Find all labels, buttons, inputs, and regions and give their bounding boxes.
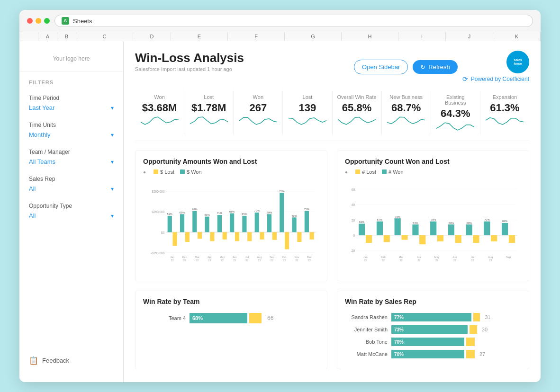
- page-title: Win-Loss Analysis: [135, 51, 244, 65]
- svg-rect-97: [412, 225, 418, 236]
- svg-text:67%: 67%: [377, 218, 382, 221]
- svg-rect-62: [297, 232, 301, 242]
- kpi-card-0: Won $3.68M: [135, 90, 184, 135]
- legend-lost-item: $ Lost: [154, 169, 174, 175]
- svg-text:-20: -20: [351, 249, 355, 253]
- svg-text:0: 0: [353, 234, 355, 237]
- subtitle: Salesforce Import last updated 1 hour ag…: [135, 66, 244, 72]
- sidebar: Your logo here FILTERS Time Period Last …: [19, 41, 124, 382]
- win-rate-team-bar-area-0: 68% 66: [190, 313, 319, 323]
- filter-label-3: Sales Rep: [29, 176, 114, 182]
- address-bar[interactable]: S Sheets: [54, 15, 533, 27]
- svg-text:Jan: Jan: [363, 256, 368, 259]
- svg-text:$500,000: $500,000: [152, 190, 164, 194]
- win-rate-rep-won-bar-1: 73%: [391, 325, 468, 334]
- svg-rect-37: [235, 232, 239, 241]
- kpi-card-5: New Business 68.7%: [382, 90, 431, 135]
- kpi-label-4: Overall Win Rate: [337, 94, 377, 100]
- main-header: Win-Loss Analysis Salesforce Import last…: [135, 51, 529, 83]
- svg-text:59%: 59%: [291, 214, 297, 217]
- svg-text:22: 22: [364, 259, 367, 262]
- kpi-card-6: Existing Business 64.3%: [431, 90, 480, 135]
- opp-count-chart-area: 6040200-2061%Jan2267%Feb2279%Mar2254%Apr…: [345, 179, 521, 274]
- kpi-sparkline-svg-6: [436, 122, 474, 131]
- svg-rect-122: [502, 223, 508, 235]
- main-content: Win-Loss Analysis Salesforce Import last…: [124, 41, 541, 382]
- svg-rect-83: [366, 235, 372, 243]
- win-rate-rep-lost-bar-0: [473, 313, 480, 321]
- svg-text:Aug: Aug: [257, 256, 262, 259]
- filter-select-3[interactable]: All ▾: [29, 184, 114, 193]
- close-dot[interactable]: [27, 18, 33, 24]
- filter-select-2[interactable]: All Teams ▾: [29, 157, 114, 166]
- win-rate-rep-count-3: 27: [479, 351, 485, 357]
- col-header-D: D: [133, 32, 171, 41]
- powered-by: ⟳ Powered by Coefficient: [462, 75, 529, 83]
- win-rate-team-name-0: Team 4: [143, 315, 186, 321]
- svg-rect-26: [205, 217, 209, 232]
- svg-rect-113: [473, 235, 479, 243]
- filter-group-2: Team / Manager All Teams ▾: [19, 145, 123, 172]
- svg-text:Jul: Jul: [471, 256, 474, 259]
- win-rate-rep-title: Win Rate by Sales Rep: [345, 298, 521, 305]
- svg-text:Jan: Jan: [170, 256, 174, 259]
- kpi-sparkline-svg-0: [141, 116, 179, 125]
- svg-rect-16: [180, 214, 184, 232]
- kpi-value-7: 61.3%: [485, 102, 524, 114]
- filter-label-2: Team / Manager: [29, 149, 114, 155]
- svg-text:53%: 53%: [167, 213, 172, 216]
- svg-text:22: 22: [295, 259, 298, 262]
- svg-text:22: 22: [489, 259, 492, 262]
- svg-rect-41: [242, 216, 246, 232]
- svg-text:Mar: Mar: [399, 256, 404, 259]
- win-rate-rep-won-bar-3: 70%: [391, 350, 464, 358]
- svg-rect-66: [305, 211, 309, 232]
- filter-select-4[interactable]: All ▾: [29, 211, 114, 220]
- minimize-dot[interactable]: [36, 18, 41, 24]
- win-rate-team-chart: Win Rate by Team Team 4 68% 66: [135, 291, 327, 369]
- svg-text:54%: 54%: [413, 222, 418, 224]
- svg-text:60%: 60%: [449, 222, 454, 224]
- svg-text:Sep: Sep: [506, 256, 511, 259]
- filter-select-0[interactable]: Last Year ▾: [29, 103, 114, 112]
- kpi-sparkline-svg-4: [338, 116, 376, 125]
- svg-text:22: 22: [233, 259, 236, 262]
- browser-dots: [27, 18, 50, 24]
- svg-text:$0: $0: [161, 231, 165, 234]
- svg-text:71%: 71%: [279, 190, 284, 193]
- kpi-card-7: Expansion 61.3%: [480, 90, 529, 135]
- refresh-label: Refresh: [428, 63, 450, 71]
- col-header-G: G: [285, 32, 342, 41]
- kpi-sparkline-svg-7: [486, 116, 524, 125]
- maximize-dot[interactable]: [44, 18, 50, 24]
- col-headers-row: ABCDEFGHIJKL: [19, 32, 541, 41]
- win-rate-rep-bars: Sandra Rashen 77% 31 Jennifer Smith 73% …: [345, 313, 521, 358]
- open-sidebar-button[interactable]: Open Sidebar: [354, 60, 408, 74]
- opp-amounts-chart: Opportunity Amounts Won and Lost ● $ Los…: [135, 151, 327, 281]
- filter-group-4: Opportunity Type All ▾: [19, 199, 123, 226]
- filter-value-0: Last Year: [29, 104, 54, 111]
- browser-bar: S Sheets: [19, 10, 541, 32]
- refresh-button[interactable]: ↻ Refresh: [413, 60, 458, 74]
- svg-text:22: 22: [471, 259, 474, 262]
- filter-select-1[interactable]: Monthly ▾: [29, 130, 114, 139]
- win-rate-team-title: Win Rate by Team: [143, 298, 319, 305]
- win-rate-team-lost-bar-0: [249, 313, 262, 323]
- svg-rect-98: [419, 235, 425, 244]
- svg-text:22: 22: [208, 259, 211, 262]
- salesforce-text: salesforce: [514, 58, 522, 65]
- kpi-label-7: Expansion: [485, 94, 524, 100]
- svg-text:71%: 71%: [217, 212, 222, 215]
- chevron-down-icon-4: ▾: [111, 213, 114, 219]
- win-rate-rep-bar-area-1: 73% 30: [391, 325, 521, 334]
- title-area: Win-Loss Analysis Salesforce Import last…: [135, 51, 244, 72]
- svg-rect-93: [401, 235, 407, 240]
- svg-text:Oct: Oct: [282, 256, 287, 259]
- kpi-value-0: $3.68M: [140, 102, 179, 114]
- svg-text:Feb: Feb: [381, 256, 386, 259]
- feedback-button[interactable]: 📋 Feedback: [19, 348, 79, 373]
- svg-text:79%: 79%: [395, 215, 400, 218]
- svg-text:65%: 65%: [242, 213, 247, 216]
- kpi-value-2: 267: [238, 102, 278, 114]
- svg-rect-108: [455, 235, 461, 243]
